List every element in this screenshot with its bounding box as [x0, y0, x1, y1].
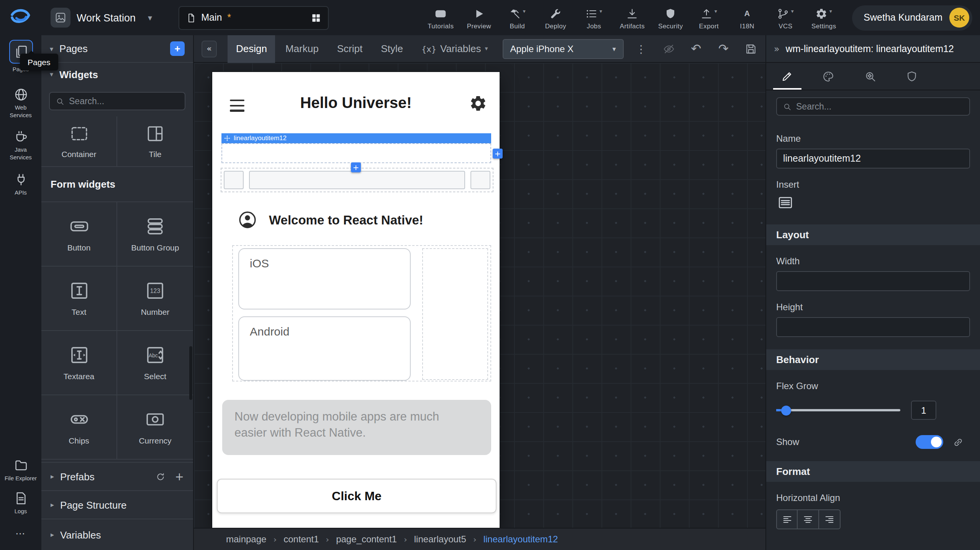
align-right-button[interactable] — [819, 509, 841, 529]
selected-widget-bar[interactable]: linearlayoutitem12 — [221, 133, 491, 143]
breadcrumb-item[interactable]: page_content1 — [336, 534, 397, 545]
settings-button[interactable]: ▾ Settings — [805, 6, 843, 29]
i18n-button[interactable]: A I18N — [728, 6, 766, 29]
export-button[interactable]: ▾ Export — [690, 6, 728, 29]
refresh-icon[interactable] — [156, 471, 166, 481]
tab-styles[interactable] — [808, 63, 850, 90]
app-title[interactable]: Hello Universe! — [212, 94, 500, 112]
shield-icon — [664, 7, 677, 20]
slider-thumb[interactable] — [781, 405, 791, 415]
deploy-button[interactable]: Deploy — [536, 6, 575, 29]
app-logo[interactable] — [0, 0, 41, 35]
sidebar-item-web-services[interactable]: Web Services — [0, 87, 41, 119]
panel-scrollbar[interactable] — [189, 346, 192, 400]
security-button[interactable]: Security — [651, 6, 690, 29]
tab-design[interactable]: Design — [228, 35, 275, 62]
widget-text[interactable]: Text — [41, 267, 117, 331]
welcome-row[interactable]: Welcome to React Native! — [238, 208, 423, 231]
widget-container[interactable]: Container — [41, 116, 117, 167]
tab-script[interactable]: Script — [329, 35, 371, 62]
selected-layout-item[interactable] — [221, 143, 491, 163]
align-center-button[interactable] — [798, 509, 819, 529]
workspace-switcher[interactable]: Work Station ▾ — [51, 8, 152, 28]
tab-style[interactable]: Style — [372, 35, 411, 62]
redo-button[interactable]: ↷ — [717, 39, 731, 58]
click-me-button[interactable]: Click Me — [217, 479, 497, 513]
placeholder-cell[interactable] — [249, 171, 465, 189]
ios-card[interactable]: iOS — [238, 248, 411, 309]
placeholder-cell[interactable] — [224, 171, 244, 189]
insert-widget-button[interactable] — [776, 195, 970, 211]
height-field[interactable] — [776, 317, 970, 337]
add-widget-button[interactable]: + — [493, 149, 503, 159]
page-structure-section-header[interactable]: ▸ Page Structure — [41, 490, 193, 519]
expand-panel-button[interactable]: » — [774, 43, 780, 54]
sidebar-item-java-services[interactable]: Java Services — [0, 130, 41, 162]
empty-layout-column[interactable] — [422, 248, 488, 380]
chevron-down-icon: ▾ — [50, 45, 53, 52]
flex-grow-value-field[interactable] — [911, 401, 936, 420]
sidebar-item-logs[interactable]: Logs — [0, 491, 41, 516]
bind-property-button[interactable] — [952, 436, 964, 448]
dashboard-grid-icon[interactable] — [311, 13, 321, 23]
jobs-button[interactable]: ▾ Jobs — [575, 6, 613, 29]
widgets-section-header[interactable]: ▾ Widgets — [41, 62, 193, 86]
hide-preview-button[interactable] — [662, 39, 675, 58]
align-left-button[interactable] — [776, 509, 798, 529]
preview-button[interactable]: Preview — [460, 6, 498, 29]
youtube-icon — [434, 7, 447, 20]
widget-textarea[interactable]: Textarea — [41, 331, 117, 395]
width-field[interactable] — [776, 271, 970, 291]
add-widget-button[interactable]: + — [351, 162, 361, 172]
add-prefab-button[interactable]: + — [175, 470, 184, 483]
collapse-panel-button[interactable]: « — [202, 40, 217, 57]
more-actions-button[interactable]: ⋮ — [634, 39, 648, 58]
tab-variables[interactable]: {x} Variables ▾ — [413, 35, 497, 62]
placeholder-cell[interactable] — [470, 171, 490, 189]
variables-section-header[interactable]: ▸ Variables — [41, 519, 193, 550]
prefabs-section-header[interactable]: ▸ Prefabs + — [41, 462, 193, 490]
sidebar-item-file-explorer[interactable]: File Explorer — [0, 458, 41, 482]
settings-gear-icon[interactable] — [469, 94, 487, 113]
artifacts-button[interactable]: Artifacts — [613, 6, 651, 29]
pages-panel-header[interactable]: ▾ Pages + — [41, 35, 193, 62]
width-label: Width — [776, 256, 970, 267]
add-page-button[interactable]: + — [170, 41, 185, 56]
widget-number[interactable]: 123 Number — [117, 267, 193, 331]
design-canvas[interactable]: Hello Universe! linearlayoutitem12 + + — [194, 63, 765, 528]
project-tab-main[interactable]: Main * — [178, 6, 328, 29]
android-card[interactable]: Android — [238, 316, 411, 381]
breadcrumb-item-active[interactable]: linearlayoutitem12 — [483, 534, 558, 545]
breadcrumb-item[interactable]: content1 — [284, 534, 319, 545]
content-layout-region[interactable]: iOS Android — [232, 245, 491, 381]
show-toggle[interactable] — [916, 435, 943, 449]
widget-tile[interactable]: Tile — [117, 116, 193, 167]
user-menu[interactable]: Swetha Kundaram SK — [852, 5, 972, 30]
widget-chips[interactable]: Chips — [41, 395, 117, 460]
widget-button[interactable]: Button — [41, 202, 117, 267]
undo-button[interactable]: ↶ — [689, 39, 703, 58]
save-button[interactable] — [744, 39, 758, 58]
more-options-icon[interactable]: ⋯ — [15, 528, 26, 539]
download-icon — [626, 7, 638, 20]
tutorials-button[interactable]: Tutorials — [421, 6, 460, 29]
build-button[interactable]: ▾ Build — [498, 6, 536, 29]
tab-advanced[interactable] — [849, 63, 891, 90]
tab-markup[interactable]: Markup — [277, 35, 327, 62]
breadcrumb-item[interactable]: mainpage — [226, 534, 266, 545]
chevron-down-icon[interactable]: ▾ — [148, 13, 152, 23]
tab-properties[interactable] — [766, 63, 808, 90]
widget-search-input[interactable] — [69, 97, 179, 106]
widget-button-group[interactable]: Button Group — [117, 202, 193, 267]
sidebar-item-apis[interactable]: APIs — [0, 172, 41, 197]
device-selector[interactable]: Apple iPhone X ▾ — [503, 39, 624, 59]
vcs-button[interactable]: ▾ VCS — [766, 6, 805, 29]
widget-currency[interactable]: Currency — [117, 395, 193, 460]
name-field[interactable] — [776, 149, 970, 169]
property-search-input[interactable] — [796, 102, 963, 111]
breadcrumb-item[interactable]: linearlayout5 — [414, 534, 466, 545]
note-card[interactable]: Now developing mobile apps are much easi… — [222, 400, 491, 455]
flex-grow-slider[interactable] — [776, 409, 900, 411]
tab-security[interactable] — [891, 63, 933, 90]
widget-select[interactable]: Abc Select — [117, 331, 193, 395]
